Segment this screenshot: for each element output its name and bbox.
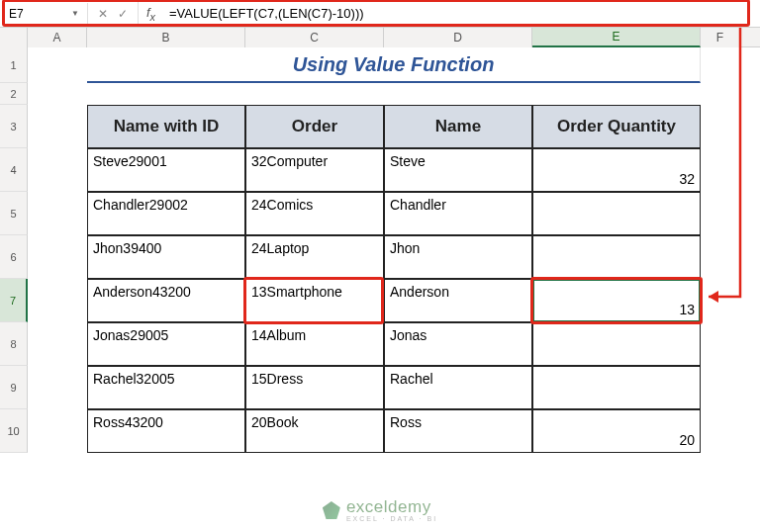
cancel-icon[interactable]: ✕ [98, 7, 108, 21]
cell[interactable]: 32Computer [245, 148, 384, 192]
row-header-4[interactable]: 4 [0, 148, 28, 192]
table-header: Order [245, 105, 384, 148]
cell[interactable]: 24Laptop [245, 235, 384, 279]
cell[interactable] [532, 235, 701, 279]
cell[interactable]: Jonas29005 [87, 322, 245, 366]
row-header-10[interactable]: 10 [0, 409, 28, 453]
table-header: Name with ID [87, 105, 245, 148]
row-header-7[interactable]: 7 [0, 279, 28, 322]
cell[interactable]: Chandler29002 [87, 192, 245, 235]
row-header-5[interactable]: 5 [0, 192, 28, 235]
col-header-c[interactable]: C [245, 28, 384, 47]
select-all-corner[interactable] [0, 28, 28, 47]
cell[interactable]: Chandler [384, 192, 532, 235]
enter-icon[interactable]: ✓ [118, 7, 128, 21]
cell[interactable] [532, 322, 701, 366]
row-header-8[interactable]: 8 [0, 322, 28, 366]
formula-input[interactable] [163, 3, 760, 25]
cell[interactable]: Jhon39400 [87, 235, 245, 279]
table-header: Name [384, 105, 532, 148]
col-header-b[interactable]: B [87, 28, 245, 47]
col-header-f[interactable]: F [701, 28, 740, 47]
watermark-subtext: EXCEL · DATA · BI [346, 515, 437, 522]
cell[interactable] [532, 366, 701, 409]
cell[interactable]: Anderson43200 [87, 279, 245, 322]
cell[interactable]: 20 [532, 409, 701, 453]
cell[interactable]: Anderson [384, 279, 532, 322]
cell[interactable]: Ross43200 [87, 409, 245, 453]
cell[interactable]: Steve29001 [87, 148, 245, 192]
row-header-6[interactable]: 6 [0, 235, 28, 279]
cell[interactable]: Steve [384, 148, 532, 192]
formula-bar: E7 ▼ ✕ ✓ fx [0, 0, 760, 28]
cell-e7[interactable]: 13 [532, 279, 701, 322]
spreadsheet-grid: A B C D E F 1 Using Value Function 2 3 N… [0, 28, 760, 532]
chevron-down-icon[interactable]: ▼ [67, 9, 83, 18]
cell[interactable]: 15Dress [245, 366, 384, 409]
cell[interactable]: 32 [532, 148, 701, 192]
row-header-2[interactable]: 2 [0, 83, 28, 105]
row-header-3[interactable]: 3 [0, 105, 28, 148]
cell[interactable]: Jonas [384, 322, 532, 366]
row-header-1[interactable]: 1 [0, 47, 28, 83]
cell[interactable] [532, 192, 701, 235]
column-headers: A B C D E F [0, 28, 760, 47]
watermark: exceldemy EXCEL · DATA · BI [323, 498, 437, 522]
exceldemy-logo-icon [323, 501, 340, 519]
col-header-d[interactable]: D [384, 28, 532, 47]
cell[interactable]: Ross [384, 409, 532, 453]
col-header-e[interactable]: E [532, 28, 701, 47]
row-header-9[interactable]: 9 [0, 366, 28, 409]
cell[interactable]: 24Comics [245, 192, 384, 235]
name-box[interactable]: E7 [3, 3, 64, 25]
cell[interactable]: Rachel [384, 366, 532, 409]
table-header: Order Quantity [532, 105, 701, 148]
cell[interactable]: Rachel32005 [87, 366, 245, 409]
cell[interactable]: 20Book [245, 409, 384, 453]
col-header-a[interactable]: A [28, 28, 87, 47]
fx-icon[interactable]: fx [139, 5, 163, 23]
page-title: Using Value Function [87, 47, 701, 83]
cell[interactable]: Jhon [384, 235, 532, 279]
cell[interactable]: 14Album [245, 322, 384, 366]
watermark-text: exceldemy [346, 498, 437, 515]
cell[interactable]: 13Smartphone [245, 279, 384, 322]
